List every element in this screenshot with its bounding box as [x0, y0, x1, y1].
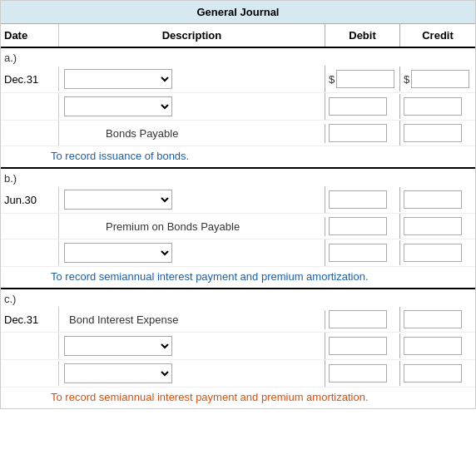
debit-input-c-1[interactable]	[329, 310, 387, 328]
credit-input-a-1[interactable]	[411, 70, 469, 88]
section-b-row-2: Premium on Bonds Payable	[1, 214, 475, 239]
section-a-row-2	[1, 93, 475, 121]
section-a-row-1: Dec.31 $ $	[1, 66, 475, 93]
credit-c-2	[400, 333, 475, 358]
bond-interest-label: Bond Interest Expense	[64, 313, 184, 326]
date-a-3	[1, 121, 59, 146]
credit-a-1: $	[400, 67, 475, 91]
debit-c-3	[325, 361, 400, 386]
section-c-note: To record semiannual interest payment an…	[1, 387, 475, 408]
credit-input-c-3[interactable]	[404, 364, 462, 382]
credit-input-a-2[interactable]	[404, 97, 462, 116]
desc-b-3[interactable]	[59, 239, 325, 266]
desc-b-1[interactable]	[59, 186, 325, 213]
credit-b-2	[400, 214, 475, 239]
date-b-1: Jun.30	[1, 187, 59, 212]
dollar-debit-a-1: $	[329, 73, 335, 86]
date-c-2	[1, 333, 59, 358]
section-a-row-3: Bonds Payable	[1, 121, 475, 146]
section-b-label: b.)	[4, 172, 17, 185]
dollar-credit-a-1: $	[404, 73, 409, 86]
debit-c-1	[325, 307, 400, 332]
desc-c-2[interactable]	[59, 333, 325, 359]
header-description: Description	[59, 24, 325, 47]
section-b-label-row: b.)	[1, 169, 475, 186]
credit-b-1	[400, 187, 475, 212]
section-c-row-2	[1, 333, 475, 360]
credit-b-3	[400, 240, 475, 265]
section-c-row-1: Dec.31 Bond Interest Expense	[1, 307, 475, 333]
section-b-row-1: Jun.30	[1, 186, 475, 214]
bonds-payable-label: Bonds Payable	[64, 127, 183, 140]
header-date: Date	[1, 24, 59, 47]
credit-input-c-2[interactable]	[404, 337, 462, 355]
debit-input-b-1[interactable]	[329, 190, 387, 209]
credit-input-b-1[interactable]	[404, 190, 462, 209]
section-a-label-row: a.)	[1, 48, 475, 66]
section-b-note: To record semiannual interest payment an…	[1, 267, 475, 289]
desc-b-2: Premium on Bonds Payable	[59, 217, 325, 236]
credit-input-c-1[interactable]	[404, 310, 462, 328]
credit-a-3	[400, 121, 475, 146]
debit-input-c-2[interactable]	[329, 337, 387, 355]
select-b-3[interactable]	[64, 243, 172, 263]
debit-input-c-3[interactable]	[329, 364, 387, 382]
credit-c-3	[400, 361, 475, 386]
credit-a-2	[400, 94, 475, 119]
section-c-row-3	[1, 360, 475, 387]
desc-a-2[interactable]	[59, 93, 325, 120]
header-row: Date Description Debit Credit	[1, 24, 475, 48]
debit-a-3	[325, 121, 400, 146]
section-a-note: To record issuance of bonds.	[1, 146, 475, 169]
debit-input-a-2[interactable]	[329, 97, 387, 116]
debit-input-b-3[interactable]	[329, 244, 387, 262]
debit-c-2	[325, 333, 400, 358]
credit-input-b-2[interactable]	[404, 217, 462, 235]
header-debit: Debit	[325, 24, 400, 47]
debit-b-1	[325, 187, 400, 212]
debit-a-1: $	[325, 67, 400, 91]
date-a-2	[1, 94, 59, 119]
date-c-3	[1, 361, 59, 386]
date-c-1: Dec.31	[1, 307, 59, 332]
desc-c-3[interactable]	[59, 360, 325, 387]
debit-b-2	[325, 214, 400, 239]
credit-input-a-3[interactable]	[404, 124, 462, 142]
date-b-2	[1, 214, 59, 239]
debit-input-a-1[interactable]	[336, 70, 394, 88]
select-a-2[interactable]	[64, 96, 172, 116]
select-c-3[interactable]	[64, 363, 172, 383]
debit-a-2	[325, 94, 400, 119]
select-a-1[interactable]	[64, 69, 172, 89]
header-credit: Credit	[400, 24, 475, 47]
debit-input-b-2[interactable]	[329, 217, 387, 235]
section-c-label-row: c.)	[1, 289, 475, 307]
select-c-2[interactable]	[64, 336, 172, 356]
date-a-1: Dec.31	[1, 67, 59, 91]
desc-a-1[interactable]	[59, 66, 325, 92]
premium-bonds-label: Premium on Bonds Payable	[64, 220, 245, 233]
credit-c-1	[400, 307, 475, 332]
section-a-label: a.)	[4, 52, 17, 64]
debit-input-a-3[interactable]	[329, 124, 387, 142]
date-b-3	[1, 240, 59, 265]
journal-title: General Journal	[1, 1, 475, 24]
desc-a-3: Bonds Payable	[59, 124, 325, 143]
section-b-row-3	[1, 239, 475, 267]
debit-b-3	[325, 240, 400, 265]
select-b-1[interactable]	[64, 190, 172, 210]
desc-c-1: Bond Interest Expense	[59, 310, 325, 329]
section-c-label: c.)	[4, 293, 16, 305]
credit-input-b-3[interactable]	[404, 244, 462, 262]
journal-container: General Journal Date Description Debit C…	[0, 0, 476, 409]
